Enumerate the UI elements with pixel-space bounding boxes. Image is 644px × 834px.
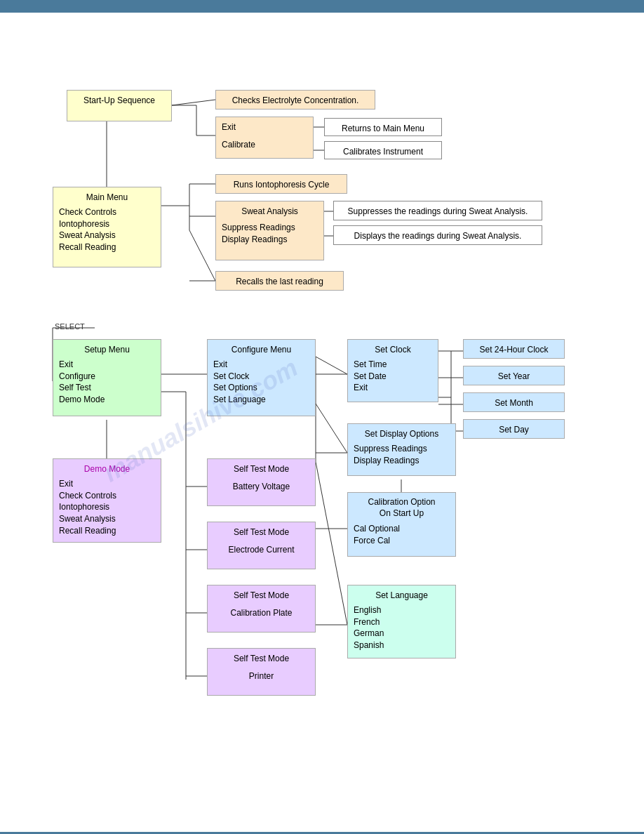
recalls-last-box: Recalls the last reading <box>215 271 344 291</box>
battery-voltage-label: Battery Voltage <box>213 481 309 493</box>
electrode-current-label: Electrode Current <box>213 544 309 556</box>
configure-set-options: Set Options <box>213 382 309 394</box>
set-day-box: Set Day <box>463 419 565 439</box>
display-readings-label: Display Readings <box>222 234 318 246</box>
self-test-calib-box: Self Test Mode Calibration Plate <box>207 585 316 633</box>
set-language-title: Set Language <box>354 590 450 602</box>
self-test-printer-mode: Self Test Mode <box>213 653 309 665</box>
self-test-battery-box: Self Test Mode Battery Voltage <box>207 458 316 506</box>
self-test-battery-mode: Self Test Mode <box>213 463 309 475</box>
demo-check-controls: Check Controls <box>59 490 155 502</box>
returns-main-label: Returns to Main Menu <box>342 124 424 133</box>
main-menu-title: Main Menu <box>59 192 155 204</box>
exit-label: Exit <box>222 121 307 133</box>
configure-menu-title: Configure Menu <box>213 344 309 356</box>
self-test-electrode-box: Self Test Mode Electrode Current <box>207 522 316 569</box>
displays-box: Displays the readings during Sweat Analy… <box>333 225 542 245</box>
sweat-analysis-title: Sweat Analysis <box>222 206 318 218</box>
runs-ionto-box: Runs Iontophoresis Cycle <box>215 174 347 194</box>
main-recall-reading: Recall Reading <box>59 241 155 253</box>
svg-line-26 <box>316 357 347 374</box>
lang-english: English <box>354 604 450 616</box>
select-label: SELECT <box>55 322 85 331</box>
demo-sweat-analysis: Sweat Analysis <box>59 513 155 525</box>
setup-demo: Demo Mode <box>59 394 155 406</box>
calibrates-instr-label: Calibrates Instrument <box>343 147 423 157</box>
set-24hr-label: Set 24-Hour Clock <box>479 345 548 355</box>
setup-configure: Configure <box>59 371 155 383</box>
set-month-label: Set Month <box>495 398 533 408</box>
main-iontophoresis: Iontophoresis <box>59 218 155 230</box>
calib-plate-label: Calibration Plate <box>213 607 309 619</box>
calibrate-label: Calibrate <box>222 139 307 151</box>
startup-label: Start-Up Sequence <box>83 95 155 105</box>
set-date: Set Date <box>354 371 432 383</box>
svg-line-29 <box>316 404 347 453</box>
exit-calibrate-box: Exit Calibrate <box>215 117 314 159</box>
diagram-container: manualsihive.com <box>0 13 644 827</box>
set-clock-title: Set Clock <box>354 344 432 356</box>
set-month-box: Set Month <box>463 392 565 412</box>
svg-line-32 <box>316 462 347 625</box>
checks-electrolyte-label: Checks Electrolyte Concentration. <box>232 95 359 105</box>
set-24hr-box: Set 24-Hour Clock <box>463 339 565 359</box>
set-display-title: Set Display Options <box>354 428 450 440</box>
set-display-suppress: Suppress Readings <box>354 443 450 455</box>
set-display-box: Set Display Options Suppress Readings Di… <box>347 423 456 476</box>
calib-option-box: Calibration OptionOn Start Up Cal Option… <box>347 492 456 557</box>
calibrates-instr-box: Calibrates Instrument <box>324 141 442 159</box>
configure-exit: Exit <box>213 359 309 371</box>
set-day-label: Set Day <box>499 425 529 435</box>
set-clock-exit: Exit <box>354 382 432 394</box>
main-check-controls: Check Controls <box>59 206 155 218</box>
set-time: Set Time <box>354 359 432 371</box>
setup-exit: Exit <box>59 359 155 371</box>
svg-line-10 <box>189 230 215 281</box>
lang-french: French <box>354 616 450 628</box>
set-clock-box: Set Clock Set Time Set Date Exit <box>347 339 438 402</box>
demo-mode-box: Demo Mode Exit Check Controls Iontophore… <box>53 458 161 543</box>
printer-label: Printer <box>213 670 309 682</box>
startup-sequence-box: Start-Up Sequence <box>67 90 172 121</box>
set-language-box: Set Language English French German Spani… <box>347 585 456 658</box>
demo-recall-reading: Recall Reading <box>59 525 155 537</box>
top-bar <box>0 0 644 13</box>
suppress-readings-label: Suppress Readings <box>222 222 318 234</box>
self-test-electrode-mode: Self Test Mode <box>213 527 309 538</box>
cal-optional: Cal Optional <box>354 523 450 535</box>
setup-menu-box: Setup Menu Exit Configure Self Test Demo… <box>53 339 161 416</box>
suppresses-label: Suppresses the readings during Sweat Ana… <box>348 206 528 216</box>
configure-menu-box: Configure Menu Exit Set Clock Set Option… <box>207 339 316 416</box>
configure-set-clock: Set Clock <box>213 371 309 383</box>
svg-line-0 <box>172 100 215 105</box>
calib-option-title: Calibration OptionOn Start Up <box>354 497 450 519</box>
force-cal: Force Cal <box>354 535 450 547</box>
setup-menu-title: Setup Menu <box>59 344 155 356</box>
lang-spanish: Spanish <box>354 640 450 651</box>
self-test-printer-box: Self Test Mode Printer <box>207 648 316 696</box>
set-year-label: Set Year <box>498 371 530 381</box>
runs-ionto-label: Runs Iontophoresis Cycle <box>234 180 330 190</box>
self-test-calib-mode: Self Test Mode <box>213 590 309 602</box>
suppresses-box: Suppresses the readings during Sweat Ana… <box>333 201 542 220</box>
setup-selftest: Self Test <box>59 382 155 394</box>
set-display-display: Display Readings <box>354 455 450 467</box>
displays-label: Displays the readings during Sweat Analy… <box>354 231 522 241</box>
configure-set-language: Set Language <box>213 394 309 406</box>
main-menu-box: Main Menu Check Controls Iontophoresis S… <box>53 187 161 267</box>
main-sweat-analysis: Sweat Analysis <box>59 230 155 241</box>
demo-exit: Exit <box>59 478 155 490</box>
demo-mode-title: Demo Mode <box>59 463 155 475</box>
lang-german: German <box>354 628 450 640</box>
sweat-analysis-box: Sweat Analysis Suppress Readings Display… <box>215 201 324 260</box>
checks-electrolyte-box: Checks Electrolyte Concentration. <box>215 90 375 110</box>
returns-main-box: Returns to Main Menu <box>324 118 442 136</box>
set-year-box: Set Year <box>463 366 565 385</box>
demo-iontophoresis: Iontophoresis <box>59 501 155 513</box>
recalls-last-label: Recalls the last reading <box>236 277 323 286</box>
